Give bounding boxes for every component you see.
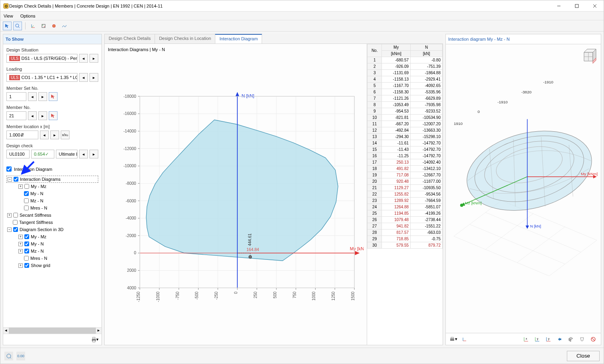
loading-select[interactable]: ULS CO1 - 1.35 * LC1 + 1.35 * LC... — [6, 73, 77, 82]
results-icon[interactable] — [60, 22, 69, 30]
pick-in-view-icon[interactable] — [49, 111, 58, 120]
member-no-select[interactable]: 21 — [6, 111, 26, 120]
data-table[interactable]: No. My N [kNm][kN] 1-680.57-0.802-926.09… — [367, 44, 443, 345]
expand-icon[interactable]: + — [18, 263, 23, 268]
view-mxy-icon[interactable]: x — [522, 335, 530, 344]
tree-checkbox[interactable] — [24, 191, 29, 196]
tree-checkbox[interactable] — [24, 249, 29, 253]
tree-checkbox[interactable] — [13, 220, 18, 225]
tree-checkbox[interactable] — [14, 177, 18, 182]
table-row[interactable]: 4-1158.13-2929.41 — [368, 76, 443, 83]
view-mxz-icon[interactable]: y — [544, 335, 553, 344]
close-window-button[interactable] — [586, 0, 604, 12]
table-row[interactable]: 19717.08-12667.70 — [368, 172, 443, 178]
table-row[interactable]: 10-821.81-10534.90 — [368, 115, 443, 121]
3d-view[interactable]: 1910 0 -1910 -3820 -1910 — [446, 44, 601, 333]
interaction-chart[interactable]: -18000-16000-14000-12000-10000-8000-6000… — [108, 47, 364, 342]
expand-icon[interactable]: + — [18, 242, 23, 246]
tab-design-check-details[interactable]: Design Check Details — [104, 34, 155, 44]
prev-button[interactable]: ◂ — [79, 150, 88, 158]
tree-checkbox[interactable] — [13, 227, 18, 232]
table-row[interactable]: 15-11.43-14792.70 — [368, 146, 443, 153]
table-row[interactable]: 18491.82-13412.10 — [368, 166, 443, 172]
tree-checkbox[interactable] — [24, 241, 29, 246]
menu-options[interactable]: Options — [20, 14, 36, 18]
maximize-button[interactable] — [568, 0, 586, 12]
tree-checkbox[interactable] — [24, 234, 29, 239]
prev-button[interactable]: ◂ — [28, 92, 37, 101]
table-row[interactable]: 13-294.30-15298.10 — [368, 134, 443, 140]
table-row[interactable]: 251194.85-4199.26 — [368, 210, 443, 217]
prev-button[interactable]: ◂ — [28, 111, 37, 120]
table-row[interactable]: 6-1158.30-5335.96 — [368, 89, 443, 95]
tree-checkbox[interactable] — [24, 206, 29, 210]
next-button[interactable]: ▸ — [38, 92, 47, 101]
tab-interaction-diagram[interactable]: Interaction Diagram — [215, 34, 262, 44]
isometric-icon[interactable] — [566, 335, 575, 344]
prev-button[interactable]: ◂ — [79, 73, 88, 82]
expand-icon[interactable]: + — [18, 184, 23, 189]
pointer-tool-icon[interactable] — [3, 22, 12, 30]
member-set-select[interactable]: 1 — [6, 92, 26, 101]
prev-button[interactable]: ◂ — [40, 131, 49, 139]
scrollbar[interactable]: ◂▸ — [3, 327, 101, 334]
table-row[interactable]: 11-667.20-12007.20 — [368, 121, 443, 127]
print-icon[interactable]: ▾ — [449, 335, 458, 344]
expand-icon[interactable]: + — [7, 213, 12, 218]
show-values-icon[interactable] — [460, 335, 469, 344]
section-icon[interactable] — [50, 22, 58, 30]
next-button[interactable]: ▸ — [50, 131, 59, 139]
supports-icon[interactable] — [39, 22, 48, 30]
next-button[interactable]: ▸ — [89, 150, 98, 158]
tree-checkbox[interactable] — [24, 184, 29, 189]
tree-checkbox[interactable] — [24, 256, 29, 261]
member-location-input[interactable]: 1.000 ⇵ — [6, 131, 38, 139]
x-over-x0-icon[interactable]: x/x₀ — [61, 131, 70, 139]
table-row[interactable]: 211129.27-10935.50 — [368, 185, 443, 191]
table-row[interactable]: 27941.82-1551.22 — [368, 223, 443, 229]
minimize-button[interactable] — [550, 0, 568, 12]
table-row[interactable]: 12-492.84-13663.30 — [368, 127, 443, 134]
prev-button[interactable]: ◂ — [79, 54, 88, 63]
help-icon[interactable] — [4, 352, 13, 360]
table-row[interactable]: 231289.92-7664.59 — [368, 198, 443, 204]
tree-checkbox[interactable] — [13, 213, 18, 218]
table-row[interactable]: 261079.48-2738.44 — [368, 217, 443, 223]
tab-design-checks-in-location[interactable]: Design Checks in Location — [155, 34, 215, 44]
expand-icon[interactable]: − — [7, 228, 12, 232]
table-row[interactable]: 3-1131.69-1864.88 — [368, 70, 443, 76]
reset-view-icon[interactable] — [589, 335, 598, 344]
zoom-tool-icon[interactable] — [13, 22, 22, 30]
design-check-name-select[interactable]: Ultimate Li... — [56, 150, 77, 158]
next-button[interactable]: ▸ — [89, 54, 98, 63]
print-icon[interactable]: ▾ — [90, 335, 99, 344]
table-row[interactable]: 28817.57-663.03 — [368, 229, 443, 236]
table-row[interactable]: 241264.88-5851.07 — [368, 204, 443, 210]
pick-in-view-icon[interactable] — [49, 92, 58, 101]
tree-checkbox[interactable] — [24, 198, 29, 203]
table-row[interactable]: 1-680.57-0.80 — [368, 57, 443, 63]
table-row[interactable]: 5-1167.70-4092.65 — [368, 83, 443, 89]
axis-icon[interactable] — [29, 22, 38, 30]
view-cube-icon[interactable] — [579, 47, 598, 66]
tree-checkbox[interactable] — [24, 263, 29, 268]
design-situation-select[interactable]: ULS DS1 - ULS (STR/GEO) - Perma... — [6, 54, 77, 63]
expand-icon[interactable]: + — [18, 235, 23, 239]
interaction-diagram-checkbox[interactable] — [6, 166, 12, 172]
expand-icon[interactable]: + — [18, 249, 23, 253]
table-row[interactable]: 7-1121.26-6629.89 — [368, 95, 443, 102]
next-button[interactable]: ▸ — [89, 73, 98, 82]
table-row[interactable]: 9-954.53-9233.52 — [368, 108, 443, 115]
menu-view[interactable]: View — [4, 14, 13, 18]
view-myz-icon[interactable]: y — [533, 335, 542, 344]
table-row[interactable]: 2-926.09-751.39 — [368, 63, 443, 70]
3d-diagram[interactable]: 1910 0 -1910 -3820 -1910 — [446, 44, 601, 333]
chart-area[interactable]: Interaction Diagrams | My - N -18000-160… — [105, 44, 367, 345]
table-row[interactable]: 20920.48-11877.00 — [368, 178, 443, 185]
view-opposite-icon[interactable] — [555, 335, 564, 344]
table-row[interactable]: 14-11.61-14792.70 — [368, 140, 443, 146]
table-row[interactable]: 221255.82-9534.56 — [368, 191, 443, 198]
table-row[interactable]: 30579.55879.72 — [368, 242, 443, 249]
close-button[interactable]: Close — [567, 351, 600, 361]
perspective-icon[interactable] — [578, 335, 586, 344]
